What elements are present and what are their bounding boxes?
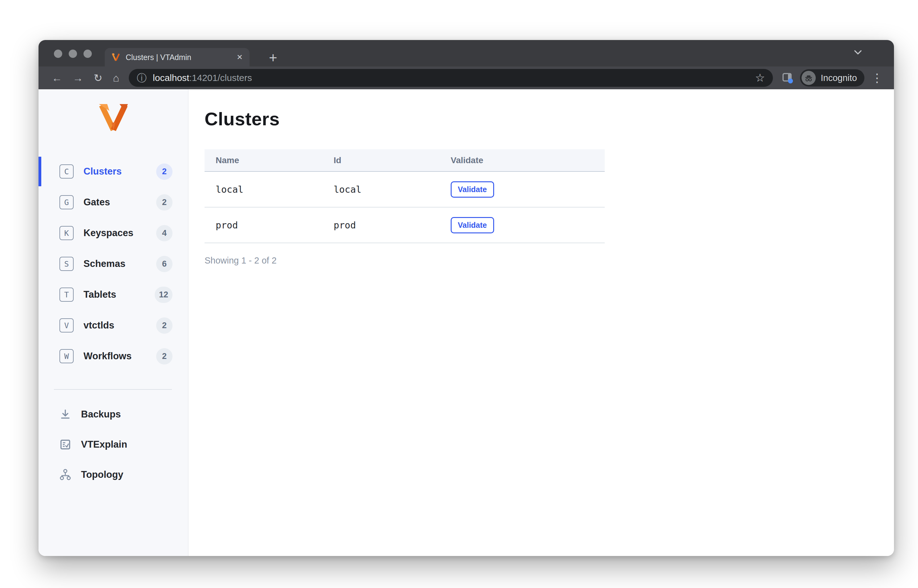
sidebar-nav: C Clusters 2 G Gates 2 K Keyspaces 4 S S… <box>39 156 188 372</box>
keyspaces-letter-icon: K <box>60 226 74 240</box>
validate-button[interactable]: Validate <box>451 181 494 198</box>
side-panel-glyph <box>782 72 794 84</box>
count-badge: 12 <box>155 287 173 303</box>
back-icon[interactable]: ← <box>52 73 62 83</box>
count-badge: 6 <box>156 256 173 272</box>
incognito-label: Incognito <box>821 73 857 83</box>
sidebar-item-label: Workflows <box>84 351 131 362</box>
column-header-validate: Validate <box>440 149 605 171</box>
side-panel-icon[interactable] <box>782 72 794 84</box>
cell-cluster-name: local <box>204 171 322 207</box>
sidebar-item-label: vtctlds <box>84 320 114 331</box>
browser-menu-icon[interactable]: ⋮ <box>871 72 883 84</box>
url-host: localhost <box>153 73 189 83</box>
traffic-light-zoom[interactable] <box>84 50 92 58</box>
sidebar-item-schemas[interactable]: S Schemas 6 <box>39 249 188 279</box>
forward-icon[interactable]: → <box>73 73 83 83</box>
clusters-letter-icon: C <box>60 165 74 179</box>
tab-title: Clusters | VTAdmin <box>126 53 236 62</box>
sidebar-item-label: Backups <box>81 409 121 420</box>
tablets-letter-icon: T <box>60 288 74 302</box>
download-icon <box>59 408 72 421</box>
sidebar-item-label: VTExplain <box>81 439 127 450</box>
url-path: :14201/clusters <box>189 73 252 83</box>
incognito-badge[interactable]: Incognito <box>800 69 865 87</box>
sidebar: C Clusters 2 G Gates 2 K Keyspaces 4 S S… <box>39 89 189 556</box>
sidebar-item-label: Topology <box>81 469 123 480</box>
sidebar-item-gates[interactable]: G Gates 2 <box>39 187 188 218</box>
sidebar-item-backups[interactable]: Backups <box>39 399 188 430</box>
tab-close-icon[interactable]: ✕ <box>236 53 243 61</box>
clusters-table: Name Id Validate local local Validate pr… <box>204 149 605 243</box>
sidebar-item-vtctlds[interactable]: V vtctlds 2 <box>39 310 188 341</box>
bookmark-star-icon[interactable]: ☆ <box>755 72 765 84</box>
incognito-icon <box>801 71 816 85</box>
sidebar-item-clusters[interactable]: C Clusters 2 <box>39 156 188 187</box>
reload-icon[interactable]: ↻ <box>94 73 103 83</box>
vitess-logo-icon <box>97 103 130 133</box>
table-row: local local Validate <box>204 171 605 207</box>
traffic-light-close[interactable] <box>54 50 62 58</box>
count-badge: 2 <box>156 194 173 210</box>
table-row: prod prod Validate <box>204 207 605 243</box>
sidebar-item-keyspaces[interactable]: K Keyspaces 4 <box>39 218 188 249</box>
browser-toolbar: ← → ↻ ⌂ ⓘ localhost :14201/clusters ☆ <box>39 66 894 89</box>
traffic-light-minimize[interactable] <box>69 50 77 58</box>
new-tab-button[interactable]: + <box>269 50 277 65</box>
sidebar-item-label: Keyspaces <box>84 228 133 239</box>
address-bar[interactable]: ⓘ localhost :14201/clusters ☆ <box>129 69 773 87</box>
sidebar-item-vtexplain[interactable]: VTExplain <box>39 430 188 460</box>
vitess-favicon-icon <box>112 53 120 61</box>
main-content: Clusters Name Id Validate local local Va… <box>189 89 894 556</box>
chevron-down-icon[interactable] <box>854 50 862 55</box>
sidebar-item-label: Schemas <box>84 258 125 269</box>
sidebar-tools: Backups VTExplain <box>39 399 188 490</box>
tab-strip: Clusters | VTAdmin ✕ + <box>39 40 894 66</box>
page-content: C Clusters 2 G Gates 2 K Keyspaces 4 S S… <box>39 89 894 556</box>
browser-window: Clusters | VTAdmin ✕ + ← → ↻ ⌂ ⓘ localho… <box>39 40 894 556</box>
column-header-id: Id <box>322 149 440 171</box>
column-header-name: Name <box>204 149 322 171</box>
schemas-letter-icon: S <box>60 257 74 271</box>
cell-cluster-id: local <box>322 171 440 207</box>
validate-button[interactable]: Validate <box>451 217 494 233</box>
table-header-row: Name Id Validate <box>204 149 605 171</box>
sidebar-item-label: Gates <box>84 197 110 208</box>
browser-tab-active[interactable]: Clusters | VTAdmin ✕ <box>105 48 249 66</box>
home-icon[interactable]: ⌂ <box>113 73 120 83</box>
window-controls <box>54 50 92 58</box>
vtctlds-letter-icon: V <box>60 318 74 333</box>
cell-cluster-name: prod <box>204 207 322 243</box>
document-check-icon <box>59 438 72 451</box>
sidebar-item-topology[interactable]: Topology <box>39 460 188 490</box>
sidebar-item-label: Tablets <box>84 289 116 300</box>
pagination-summary: Showing 1 - 2 of 2 <box>204 255 894 266</box>
workflows-letter-icon: W <box>60 349 74 363</box>
count-badge: 4 <box>156 225 173 241</box>
count-badge: 2 <box>156 348 173 365</box>
count-badge: 2 <box>156 317 173 334</box>
gates-letter-icon: G <box>60 195 74 209</box>
sidebar-item-workflows[interactable]: W Workflows 2 <box>39 341 188 372</box>
sidebar-item-label: Clusters <box>84 166 122 177</box>
topology-icon <box>59 468 72 481</box>
page-title: Clusters <box>204 108 894 129</box>
sidebar-divider <box>54 389 172 390</box>
cell-cluster-id: prod <box>322 207 440 243</box>
sidebar-item-tablets[interactable]: T Tablets 12 <box>39 279 188 310</box>
site-info-icon[interactable]: ⓘ <box>137 73 147 83</box>
count-badge: 2 <box>156 163 173 180</box>
